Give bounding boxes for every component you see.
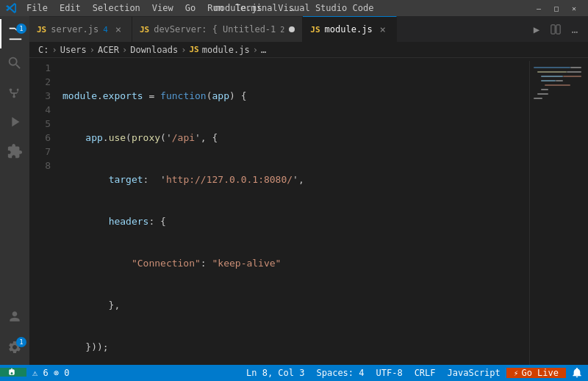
status-bar-right: Ln 8, Col 3 Spaces: 4 UTF-8 CRLF JavaScr… xyxy=(240,368,588,378)
maximize-button[interactable]: □ xyxy=(548,2,564,14)
encoding-text: UTF-8 xyxy=(376,368,403,378)
tab-devserver-dot xyxy=(289,26,295,32)
minimap xyxy=(529,61,588,365)
activity-bar-bottom: 1 xyxy=(0,302,29,365)
tab-module-js[interactable]: JS module.js × xyxy=(303,16,396,42)
language-item[interactable]: JavaScript xyxy=(442,368,506,378)
svg-rect-1 xyxy=(556,24,560,33)
go-live-text: Go Live xyxy=(521,368,559,378)
window-controls: — □ ✕ xyxy=(531,2,582,14)
ln-col-text: Ln 8, Col 3 xyxy=(246,368,304,378)
breadcrumb-js-icon: JS xyxy=(189,45,198,54)
menu-selection[interactable]: Selection xyxy=(88,1,145,15)
tab-devserver-label: devServer: { Untitled-1 xyxy=(154,24,276,35)
tab-server-js-icon: JS xyxy=(37,25,46,35)
breadcrumb-ellipsis: … xyxy=(261,45,266,55)
tab-module-js-label: module.js xyxy=(325,24,373,35)
status-bar: ⚠ 6 ⊗ 0 Ln 8, Col 3 Spaces: 4 UTF-8 CRLF… xyxy=(0,365,588,381)
svg-rect-5 xyxy=(567,71,581,73)
svg-rect-12 xyxy=(537,93,548,95)
language-text: JavaScript xyxy=(448,368,501,378)
menu-file[interactable]: File xyxy=(22,1,52,15)
go-live-icon: ⚡ xyxy=(514,369,519,378)
breadcrumb-module-js: module.js xyxy=(202,45,250,55)
line-numbers: 1 2 3 4 5 6 7 8 xyxy=(29,61,62,365)
svg-rect-6 xyxy=(541,76,563,77)
svg-rect-0 xyxy=(551,24,555,33)
minimize-button[interactable]: — xyxy=(531,2,547,14)
encoding-item[interactable]: UTF-8 xyxy=(370,368,409,378)
search-activity-icon[interactable] xyxy=(0,48,29,78)
more-tabs-button[interactable]: … xyxy=(566,21,584,38)
vscode-icon xyxy=(6,3,16,13)
menu-go[interactable]: Go xyxy=(181,1,200,15)
svg-rect-4 xyxy=(537,71,567,73)
line-ending-item[interactable]: CRLF xyxy=(409,368,442,378)
window-title: module.js - Visual Studio Code xyxy=(215,3,374,13)
code-editor[interactable]: 1 2 3 4 5 6 7 8 module.exports = functio… xyxy=(29,58,588,365)
tab-devserver[interactable]: JS devServer: { Untitled-1 2 xyxy=(132,16,303,42)
ln-col-item[interactable]: Ln 8, Col 3 xyxy=(240,368,310,378)
settings-badge: 1 xyxy=(16,337,26,347)
errors-warnings-item[interactable]: ⚠ 6 ⊗ 0 xyxy=(26,368,76,378)
svg-rect-9 xyxy=(556,80,563,81)
menu-edit[interactable]: Edit xyxy=(55,1,85,15)
settings-activity-icon[interactable]: 1 xyxy=(0,333,29,362)
run-debug-activity-icon[interactable] xyxy=(0,107,29,137)
go-live-item[interactable]: ⚡ Go Live xyxy=(506,368,566,378)
tab-module-js-close[interactable]: × xyxy=(377,23,389,35)
remote-indicator[interactable] xyxy=(0,368,26,377)
breadcrumb-downloads: Downloads xyxy=(130,45,178,55)
tab-bar-actions: ▶ … xyxy=(523,16,588,42)
editor-area: JS server.js 4 × JS devServer: { Untitle… xyxy=(29,16,588,365)
spaces-text: Spaces: 4 xyxy=(316,368,364,378)
svg-rect-3 xyxy=(570,67,581,68)
breadcrumb-users: Users xyxy=(60,45,87,55)
account-activity-icon[interactable] xyxy=(0,302,29,331)
line-ending-text: CRLF xyxy=(415,368,436,378)
tab-server-js[interactable]: JS server.js 4 × xyxy=(29,16,132,42)
tab-server-js-count: 4 xyxy=(103,25,108,35)
breadcrumb-acer: ACER xyxy=(98,45,119,55)
errors-warnings-text: ⚠ 6 ⊗ 0 xyxy=(32,368,70,378)
extensions-activity-icon[interactable] xyxy=(0,137,29,166)
tab-devserver-num: 2 xyxy=(280,26,284,34)
title-bar: File Edit Selection View Go Run Terminal… xyxy=(0,0,588,16)
activity-bar: 1 1 xyxy=(0,16,29,365)
tab-server-js-close[interactable]: × xyxy=(112,23,124,35)
tab-devserver-icon: JS xyxy=(140,25,149,35)
tab-server-js-label: server.js xyxy=(51,24,98,35)
main-layout: 1 1 JS server.js xyxy=(0,16,588,365)
svg-rect-13 xyxy=(534,98,542,99)
svg-rect-11 xyxy=(541,89,548,90)
svg-rect-10 xyxy=(545,84,570,86)
breadcrumb-c: C: xyxy=(38,45,49,55)
source-control-activity-icon[interactable] xyxy=(0,78,29,107)
close-button[interactable]: ✕ xyxy=(566,2,582,14)
svg-rect-7 xyxy=(563,76,581,77)
notifications-item[interactable] xyxy=(566,368,588,378)
svg-rect-2 xyxy=(534,67,570,68)
explorer-activity-icon[interactable]: 1 xyxy=(0,19,29,48)
tab-bar: JS server.js 4 × JS devServer: { Untitle… xyxy=(29,16,588,42)
bell-icon xyxy=(572,368,582,378)
status-bar-left: ⚠ 6 ⊗ 0 xyxy=(0,368,76,378)
code-content[interactable]: module.exports = function(app) { app.use… xyxy=(62,61,529,365)
menu-view[interactable]: View xyxy=(148,1,178,15)
svg-rect-8 xyxy=(541,80,556,81)
spaces-item[interactable]: Spaces: 4 xyxy=(310,368,370,378)
run-button[interactable]: ▶ xyxy=(528,21,545,38)
tab-module-js-icon: JS xyxy=(310,25,320,35)
explorer-badge: 1 xyxy=(16,23,26,34)
split-editor-button[interactable] xyxy=(547,21,564,38)
breadcrumb: C: › Users › ACER › Downloads › JS modul… xyxy=(29,42,588,58)
